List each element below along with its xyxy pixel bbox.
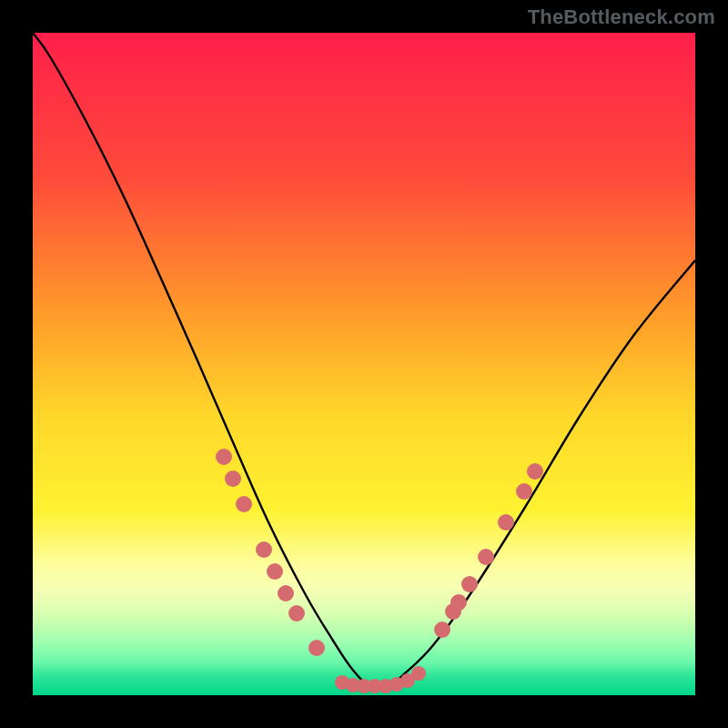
data-marker	[278, 585, 294, 602]
data-marker	[411, 666, 426, 681]
data-marker	[256, 541, 272, 558]
data-marker	[225, 470, 241, 487]
data-marker	[216, 449, 232, 465]
data-marker	[288, 605, 305, 622]
data-marker	[308, 640, 325, 656]
data-marker	[478, 549, 494, 565]
data-marker	[516, 483, 532, 500]
data-marker	[267, 563, 283, 580]
plot-area	[33, 33, 695, 695]
bottleneck-curve	[33, 33, 695, 695]
data-marker	[461, 576, 478, 592]
data-marker	[434, 622, 450, 638]
chart-frame: TheBottleneck.com	[0, 0, 728, 728]
data-marker	[236, 496, 252, 512]
data-marker	[527, 463, 543, 480]
data-marker	[498, 514, 514, 531]
data-marker	[450, 594, 467, 611]
watermark-label: TheBottleneck.com	[528, 5, 715, 29]
